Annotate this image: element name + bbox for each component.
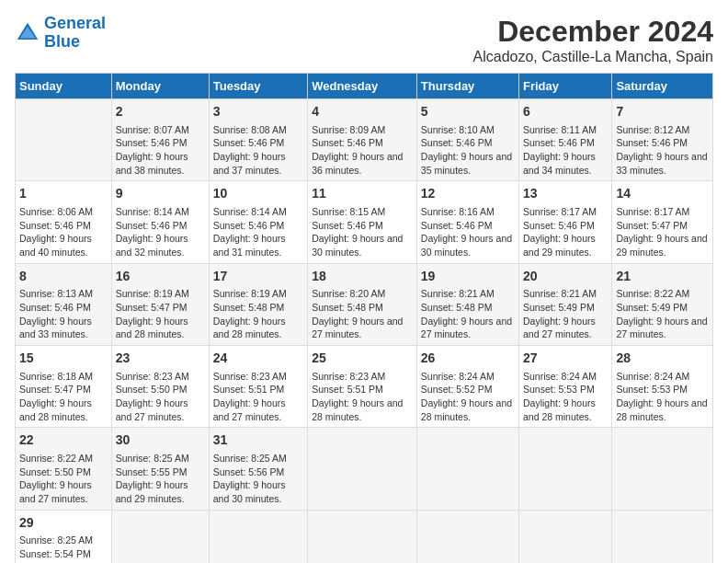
sunrise-text: Sunrise: 8:25 AM — [116, 453, 189, 464]
daylight-text: Daylight: 9 hours and 32 minutes. — [116, 233, 188, 258]
sunset-text: Sunset: 5:54 PM — [19, 548, 91, 559]
sunrise-text: Sunrise: 8:11 AM — [523, 124, 597, 135]
daylight-text: Daylight: 9 hours and 28 minutes. — [523, 397, 596, 422]
daylight-text: Daylight: 9 hours and 31 minutes. — [213, 233, 286, 258]
sunset-text: Sunset: 5:46 PM — [421, 137, 493, 148]
col-header-wednesday: Wednesday — [308, 74, 417, 99]
sunset-text: Sunset: 5:46 PM — [421, 220, 493, 231]
daylight-text: Daylight: 9 hours and 28 minutes. — [421, 397, 512, 422]
sunrise-text: Sunrise: 8:17 AM — [523, 206, 597, 217]
sunrise-text: Sunrise: 8:12 AM — [616, 124, 689, 135]
sunrise-text: Sunrise: 8:22 AM — [616, 288, 689, 299]
sunrise-text: Sunrise: 8:23 AM — [116, 371, 189, 382]
sunset-text: Sunset: 5:46 PM — [116, 137, 188, 148]
sunrise-text: Sunrise: 8:21 AM — [523, 288, 597, 299]
sunrise-text: Sunrise: 8:25 AM — [19, 534, 93, 546]
calendar-cell — [209, 510, 307, 563]
sunrise-text: Sunrise: 8:18 AM — [19, 371, 93, 382]
sunset-text: Sunset: 5:56 PM — [213, 466, 285, 477]
sunrise-text: Sunrise: 8:25 AM — [213, 453, 287, 464]
sunset-text: Sunset: 5:49 PM — [616, 302, 688, 313]
daylight-text: Daylight: 9 hours and 28 minutes. — [19, 397, 92, 422]
daylight-text: Daylight: 9 hours and 30 minutes. — [213, 479, 286, 504]
day-number: 2 — [116, 103, 205, 121]
sunset-text: Sunset: 5:46 PM — [19, 302, 91, 313]
sunset-text: Sunset: 5:53 PM — [616, 384, 688, 395]
day-number: 12 — [421, 185, 515, 203]
daylight-text: Daylight: 9 hours and 33 minutes. — [616, 151, 707, 176]
day-number: 25 — [312, 350, 413, 368]
logo-text: General Blue — [44, 15, 106, 52]
day-number: 15 — [19, 350, 108, 368]
sunset-text: Sunset: 5:51 PM — [213, 384, 285, 395]
sunset-text: Sunset: 5:48 PM — [421, 302, 493, 313]
daylight-text: Daylight: 9 hours and 29 minutes. — [616, 233, 707, 258]
daylight-text: Daylight: 9 hours and 28 minutes. — [616, 397, 707, 422]
sunset-text: Sunset: 5:50 PM — [116, 384, 188, 395]
sunset-text: Sunset: 5:46 PM — [312, 137, 383, 148]
sunrise-text: Sunrise: 8:22 AM — [19, 453, 93, 464]
sunset-text: Sunset: 5:46 PM — [523, 220, 595, 231]
daylight-text: Daylight: 9 hours and 30 minutes. — [312, 233, 403, 258]
daylight-text: Daylight: 9 hours and 27 minutes. — [312, 316, 403, 340]
daylight-text: Daylight: 9 hours and 27 minutes. — [213, 397, 286, 422]
daylight-text: Daylight: 9 hours and 28 minutes. — [116, 316, 188, 340]
sunset-text: Sunset: 5:46 PM — [616, 137, 688, 148]
col-header-sunday: Sunday — [16, 74, 112, 99]
calendar-cell — [612, 510, 713, 563]
sunset-text: Sunset: 5:46 PM — [312, 220, 383, 231]
day-number: 20 — [523, 268, 608, 286]
calendar-cell — [308, 428, 417, 510]
calendar-cell — [612, 428, 713, 510]
calendar-cell: 1Sunrise: 8:06 AMSunset: 5:46 PMDaylight… — [16, 181, 112, 263]
day-number: 29 — [19, 514, 108, 533]
calendar-cell: 2Sunrise: 8:07 AMSunset: 5:46 PMDaylight… — [111, 99, 209, 181]
sunset-text: Sunset: 5:52 PM — [421, 384, 493, 395]
calendar-cell: 24Sunrise: 8:23 AMSunset: 5:51 PMDayligh… — [209, 346, 307, 428]
sunset-text: Sunset: 5:50 PM — [19, 466, 91, 477]
calendar-cell: 29Sunrise: 8:25 AMSunset: 5:54 PMDayligh… — [16, 510, 112, 563]
header-row: SundayMondayTuesdayWednesdayThursdayFrid… — [16, 74, 713, 99]
sunrise-text: Sunrise: 8:15 AM — [312, 206, 385, 217]
daylight-text: Daylight: 9 hours and 27 minutes. — [19, 479, 92, 504]
day-number: 23 — [116, 350, 205, 368]
sunrise-text: Sunrise: 8:20 AM — [312, 288, 385, 299]
sunset-text: Sunset: 5:49 PM — [523, 302, 595, 313]
calendar-cell — [308, 510, 417, 563]
day-number: 13 — [523, 185, 608, 203]
calendar-cell: 9Sunrise: 8:14 AMSunset: 5:46 PMDaylight… — [111, 181, 209, 263]
sunset-text: Sunset: 5:47 PM — [19, 384, 91, 395]
calendar-cell: 8Sunrise: 8:13 AMSunset: 5:46 PMDaylight… — [16, 263, 112, 345]
daylight-text: Daylight: 9 hours and 35 minutes. — [421, 151, 512, 176]
sunrise-text: Sunrise: 8:24 AM — [616, 371, 689, 382]
sunset-text: Sunset: 5:47 PM — [116, 302, 188, 313]
calendar-cell: 22Sunrise: 8:22 AMSunset: 5:50 PMDayligh… — [16, 428, 112, 510]
daylight-text: Daylight: 9 hours and 28 minutes. — [312, 397, 403, 422]
sunrise-text: Sunrise: 8:13 AM — [19, 288, 93, 299]
calendar-week-2: 8Sunrise: 8:13 AMSunset: 5:46 PMDaylight… — [16, 263, 713, 345]
sunset-text: Sunset: 5:46 PM — [213, 137, 285, 148]
day-number: 27 — [523, 350, 608, 368]
day-number: 7 — [616, 103, 709, 121]
calendar-cell: 28Sunrise: 8:24 AMSunset: 5:53 PMDayligh… — [612, 346, 713, 428]
day-number: 11 — [312, 185, 413, 203]
calendar-cell: 31Sunrise: 8:25 AMSunset: 5:56 PMDayligh… — [209, 428, 307, 510]
calendar-cell: 12Sunrise: 8:16 AMSunset: 5:46 PMDayligh… — [416, 181, 518, 263]
calendar-cell: 17Sunrise: 8:19 AMSunset: 5:48 PMDayligh… — [209, 263, 307, 345]
calendar-week-0: 2Sunrise: 8:07 AMSunset: 5:46 PMDaylight… — [16, 99, 713, 181]
calendar-cell: 3Sunrise: 8:08 AMSunset: 5:46 PMDaylight… — [209, 99, 307, 181]
daylight-text: Daylight: 9 hours and 38 minutes. — [116, 151, 188, 176]
sunrise-text: Sunrise: 8:23 AM — [213, 371, 287, 382]
sunrise-text: Sunrise: 8:06 AM — [19, 206, 93, 217]
sunrise-text: Sunrise: 8:14 AM — [213, 206, 287, 217]
daylight-text: Daylight: 9 hours and 40 minutes. — [19, 233, 92, 258]
calendar-cell: 20Sunrise: 8:21 AMSunset: 5:49 PMDayligh… — [519, 263, 612, 345]
calendar-cell — [111, 510, 209, 563]
sunrise-text: Sunrise: 8:08 AM — [213, 124, 287, 135]
day-number: 22 — [19, 431, 108, 450]
daylight-text: Daylight: 9 hours and 29 minutes. — [523, 233, 596, 258]
day-number: 28 — [616, 350, 709, 368]
sunrise-text: Sunrise: 8:09 AM — [312, 124, 385, 135]
sunrise-text: Sunrise: 8:21 AM — [421, 288, 495, 299]
day-number: 31 — [213, 431, 303, 450]
